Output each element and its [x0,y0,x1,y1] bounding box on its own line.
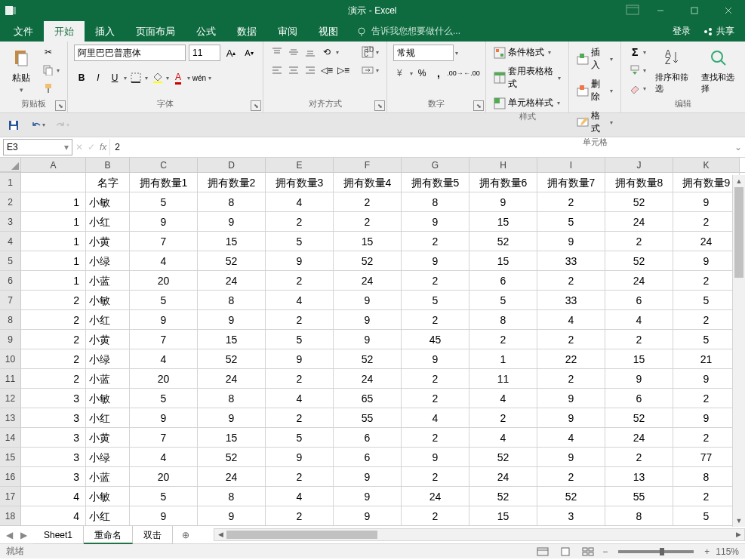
page-layout-button[interactable] [557,545,574,558]
cell[interactable]: 9 [130,408,198,427]
scroll-up-button[interactable]: ▲ [733,175,745,187]
row-header[interactable]: 11 [0,369,21,388]
cell[interactable]: 2 [402,467,469,486]
cell[interactable]: 6 [605,389,673,408]
cell[interactable]: 2 [402,310,469,329]
cell[interactable]: 小黄 [86,428,130,447]
cell[interactable]: 4 [469,428,537,447]
cell[interactable]: 9 [402,251,469,270]
cell[interactable]: 3 [21,389,86,408]
cell[interactable]: 52 [605,251,673,270]
cell[interactable]: 拥有数量4 [334,173,402,192]
normal-view-button[interactable] [534,545,551,558]
cell[interactable]: 24 [198,271,266,290]
cell[interactable]: 52 [198,251,266,270]
decrease-font-button[interactable]: A▾ [242,45,257,60]
cell[interactable]: 15 [605,349,673,368]
cell[interactable]: 24 [402,487,469,506]
cell[interactable]: 33 [537,291,605,309]
cell[interactable]: 小蓝 [86,369,130,388]
cell[interactable]: 52 [605,192,673,211]
cell[interactable]: 9 [673,192,740,211]
fill-color-button[interactable] [149,70,165,85]
cell[interactable]: 9 [198,506,266,525]
cell[interactable]: 3 [21,408,86,427]
cell[interactable]: 6 [334,428,402,447]
cell[interactable]: 6 [334,448,402,466]
row-header[interactable]: 6 [0,271,21,290]
italic-button[interactable]: I [91,70,106,85]
cell[interactable]: 55 [605,487,673,506]
row-header[interactable]: 5 [0,251,21,270]
cell[interactable]: 拥有数量9 [673,173,740,192]
close-button[interactable] [711,0,745,21]
tab-home[interactable]: 开始 [44,21,85,42]
cell[interactable]: 名字 [86,173,130,192]
align-right-button[interactable] [303,63,318,78]
cell[interactable]: 小敏 [86,487,130,506]
cell[interactable]: 9 [334,291,402,309]
row-header[interactable]: 4 [0,232,21,251]
decrease-decimal-button[interactable]: ←.00 [464,66,479,81]
cell[interactable]: 小红 [86,212,130,231]
cell[interactable]: 52 [198,448,266,466]
cell[interactable]: 52 [469,487,537,506]
cell[interactable]: 77 [673,448,740,466]
wrap-text-button[interactable]: abc▾ [360,45,380,60]
redo-button[interactable]: ▾ [54,118,69,133]
cell[interactable]: 9 [537,448,605,466]
cell[interactable]: 2 [266,212,334,231]
cell[interactable]: 2 [673,212,740,231]
cell[interactable]: 5 [130,487,198,506]
cell[interactable]: 1 [21,271,86,290]
align-top-button[interactable] [269,45,285,60]
cell[interactable]: 2 [673,487,740,506]
cell[interactable]: 1 [21,212,86,231]
font-color-button[interactable]: A [171,70,186,85]
cell[interactable]: 5 [266,330,334,349]
zoom-slider[interactable] [618,550,694,553]
cell[interactable]: 55 [334,408,402,427]
cell[interactable]: 8 [605,506,673,525]
find-select-button[interactable]: 查找和选择 [698,45,739,96]
cell[interactable]: 3 [21,428,86,447]
cell[interactable]: 4 [605,310,673,329]
cell[interactable]: 拥有数量6 [469,173,537,192]
cell[interactable]: 4 [21,487,86,506]
number-launcher[interactable]: ⬊ [473,100,484,111]
cell[interactable]: 24 [198,369,266,388]
share-button[interactable]: 共享 [703,25,734,38]
row-header[interactable]: 15 [0,448,21,466]
cell[interactable]: 7 [130,232,198,251]
clipboard-launcher[interactable]: ⬊ [55,100,66,111]
cell[interactable]: 2 [537,330,605,349]
cell[interactable]: 2 [673,389,740,408]
cell[interactable]: 1 [21,251,86,270]
cell[interactable]: 21 [673,349,740,368]
cell[interactable]: 11 [469,369,537,388]
save-button[interactable] [6,118,21,133]
cell[interactable]: 5 [266,428,334,447]
cell[interactable]: 24 [605,428,673,447]
border-button[interactable] [128,70,143,85]
cell[interactable]: 15 [198,232,266,251]
column-header[interactable]: A [21,158,86,172]
autosum-button[interactable]: Σ▾ [627,45,648,60]
cell[interactable]: 5 [673,330,740,349]
column-header[interactable]: B [86,158,130,172]
cell[interactable]: 9 [266,251,334,270]
increase-font-button[interactable]: A▴ [223,45,239,60]
cell[interactable]: 2 [537,369,605,388]
cell[interactable]: 拥有数量8 [605,173,673,192]
column-header[interactable]: H [469,158,537,172]
sheet-prev-button[interactable]: ◀ [3,530,16,540]
font-name-select[interactable] [74,45,186,61]
cell[interactable] [21,173,86,192]
cell[interactable]: 4 [266,389,334,408]
tab-data[interactable]: 数据 [226,21,267,42]
cell[interactable]: 2 [266,310,334,329]
cell[interactable]: 拥有数量2 [198,173,266,192]
cell[interactable]: 小红 [86,408,130,427]
page-break-button[interactable] [580,545,596,558]
cell[interactable]: 8 [198,291,266,309]
